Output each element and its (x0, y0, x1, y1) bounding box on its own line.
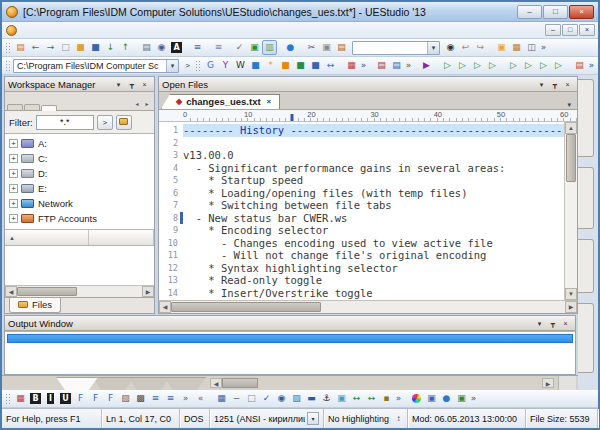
output-tab-4[interactable] (164, 377, 206, 390)
title-bar[interactable]: [C:\Program Files\IDM Computer Solutions… (2, 2, 598, 22)
openfiles-pin-button[interactable]: ┳ (548, 78, 561, 90)
scroll-right-icon[interactable]: ▶ (565, 301, 577, 313)
overflow-convert-icon[interactable]: » (587, 58, 596, 73)
find-icon[interactable]: ◉ (443, 40, 458, 55)
workspace-dropdown-button[interactable]: ▾ (112, 78, 125, 90)
file-tab-list-dropdown[interactable]: ▾ (563, 101, 575, 109)
tab-scroll-left-button[interactable]: ◂ (132, 98, 142, 110)
file-tab-changes-ues[interactable]: ◆ changes_ues.txt × (161, 94, 280, 109)
paste-icon[interactable]: ▤ (334, 40, 349, 55)
output-pin-button[interactable]: ┳ (546, 317, 559, 329)
browse-folder-button[interactable] (116, 115, 132, 130)
status-line-ending[interactable]: DOS (180, 409, 210, 428)
window-list-icon[interactable]: ▣ (494, 40, 509, 55)
editor-line[interactable]: 2 (159, 137, 577, 150)
sync-icon[interactable]: ↔ (323, 58, 338, 73)
convert-ebcdic-icon[interactable]: ▷ (485, 58, 500, 73)
scroll-thumb[interactable] (171, 302, 321, 312)
scroll-thumb[interactable] (17, 287, 77, 296)
overflow-build-icon[interactable]: » (404, 58, 413, 73)
workspace-header[interactable]: Workspace Manager ▾ ┳ × (5, 77, 154, 92)
expand-icon[interactable] (9, 169, 18, 178)
radio-button-icon[interactable]: ◉ (274, 391, 289, 406)
encoding-dropdown-icon[interactable]: ▾ (307, 412, 319, 425)
color-wheel-icon[interactable]: ● (409, 391, 424, 406)
toolbar-grip[interactable] (195, 60, 200, 72)
find-combo-dropdown-icon[interactable]: ▾ (427, 42, 439, 54)
output-content[interactable] (5, 331, 575, 374)
output-tab-1[interactable] (56, 377, 98, 390)
editor-line[interactable]: 12 * Syntax highlighting selector (159, 262, 577, 275)
highlighting-spinner-icon[interactable]: ↕ (394, 414, 403, 423)
toolbar-grip[interactable] (5, 60, 10, 72)
ftp-upload-icon[interactable]: ↑ (118, 40, 133, 55)
indent-icon[interactable]: » (178, 391, 193, 406)
toolbar-grip[interactable] (5, 393, 10, 405)
php-manual-icon[interactable]: ■ (278, 58, 293, 73)
back-icon[interactable]: ← (28, 40, 43, 55)
expand-icon[interactable] (9, 139, 18, 148)
editor-line[interactable]: 7 * Switching between file tabs (159, 199, 577, 212)
openfiles-close-button[interactable]: × (561, 78, 574, 90)
scroll-thumb[interactable] (222, 378, 258, 388)
yahoo-search-icon[interactable]: Y (218, 58, 233, 73)
sort-icon[interactable]: ≡ (211, 40, 226, 55)
output-header[interactable]: Output Window ▾ ┳ × (5, 316, 575, 331)
editor-line[interactable]: 11 - Will not change file's original enc… (159, 249, 577, 262)
anchor-icon[interactable]: ⚓ (319, 391, 334, 406)
ordered-list-icon[interactable]: ≡ (148, 391, 163, 406)
filter-input[interactable] (36, 115, 94, 130)
italic-icon[interactable]: I (43, 391, 58, 406)
editor-line[interactable]: 1-------- History ----------------------… (159, 124, 577, 137)
perl-docs-icon[interactable]: ■ (293, 58, 308, 73)
copy-icon[interactable]: ▣ (319, 40, 334, 55)
underline-icon[interactable]: U (58, 391, 73, 406)
copy-html-icon[interactable]: ▣ (424, 391, 439, 406)
editor-line[interactable]: 5 * Startup speed (159, 174, 577, 187)
protect-icon[interactable]: ▪ (379, 391, 394, 406)
side-tab-clipboard-history[interactable] (578, 79, 594, 157)
preview-browser-icon[interactable]: ▣ (454, 391, 469, 406)
scroll-thumb[interactable] (566, 134, 576, 182)
editor-line[interactable]: 10 - Changes encoding used to view activ… (159, 237, 577, 250)
build-exe-icon[interactable]: ▤ (389, 58, 404, 73)
side-tab-xml-manager[interactable] (578, 303, 594, 373)
tree-item-drive-e[interactable]: E: (9, 181, 154, 196)
palette-icon[interactable]: ▦ (344, 58, 359, 73)
form-icon[interactable]: □ (244, 391, 259, 406)
publish-icon[interactable]: ● (439, 391, 454, 406)
web-browser-icon[interactable]: ● (283, 40, 298, 55)
output-last-tab-button[interactable] (43, 376, 56, 390)
minimize-button[interactable]: – (517, 5, 542, 19)
tab-project[interactable] (7, 104, 23, 110)
menu-app-icon[interactable] (6, 25, 17, 36)
expand-icon[interactable] (9, 199, 18, 208)
font-face-icon[interactable]: F (73, 391, 88, 406)
convert-utf8-icon[interactable]: ▷ (536, 58, 551, 73)
output-dropdown-button[interactable]: ▾ (533, 317, 546, 329)
output-first-tab-button[interactable] (4, 376, 17, 390)
expand-icon[interactable] (9, 184, 18, 193)
wizard-icon[interactable]: * (263, 58, 278, 73)
side-tab-function-list[interactable] (578, 167, 594, 229)
status-highlighting[interactable]: No Highlighting ↕ (324, 409, 408, 428)
tab-open[interactable] (24, 104, 40, 110)
editor-line[interactable]: 9 * Encoding selector (159, 224, 577, 237)
column-date-modified[interactable] (89, 230, 154, 245)
open-file-icon[interactable]: ■ (73, 40, 88, 55)
font-color-icon[interactable]: F (103, 391, 118, 406)
scroll-right-icon[interactable]: ▶ (142, 286, 154, 297)
convert-dos-icon[interactable]: ▷ (440, 58, 455, 73)
spell-check-icon[interactable]: ✓ (232, 40, 247, 55)
insert-table-icon[interactable]: ▦ (214, 391, 229, 406)
horizontal-rule-icon[interactable]: − (229, 391, 244, 406)
side-tab-script-list[interactable] (578, 239, 594, 293)
address-combobox[interactable]: C:\Program Files\IDM Computer Sc ▾ (13, 59, 179, 73)
scroll-left-icon[interactable]: ◀ (210, 378, 222, 388)
editor-line[interactable]: 14 * Insert/Overstrike toggle (159, 287, 577, 300)
unordered-list-icon[interactable]: ≡ (163, 391, 178, 406)
overflow-html-icon[interactable]: » (394, 391, 403, 406)
filter-apply-button[interactable]: > (97, 115, 113, 130)
function-list-icon[interactable]: ≡ (190, 40, 205, 55)
toolbar-grip[interactable] (5, 42, 10, 54)
